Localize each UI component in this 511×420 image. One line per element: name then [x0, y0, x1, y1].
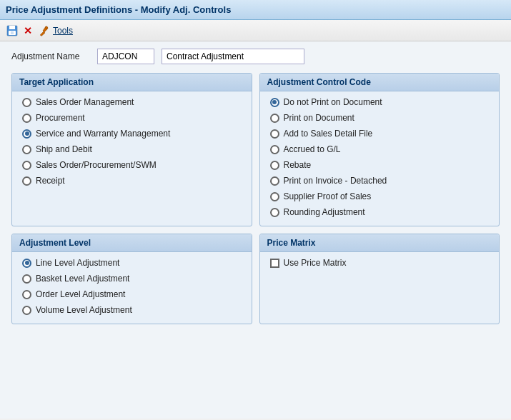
svg-rect-3	[11, 31, 14, 34]
radio-circle-volume-level	[22, 306, 31, 315]
radio-circle-accrued-gl	[270, 145, 279, 154]
adjustment-value-input[interactable]	[162, 49, 304, 64]
radio-label-order-level: Order Level Adjustment	[36, 289, 125, 299]
radio-circle-so-procurement-swm	[22, 161, 31, 170]
radio-circle-order-level	[22, 290, 31, 299]
title-bar: Price Adjustment Definitions - Modify Ad…	[0, 0, 511, 20]
svg-rect-1	[9, 26, 15, 29]
adjustment-control-code-header: Adjustment Control Code	[260, 74, 500, 91]
radio-circle-service-warranty	[22, 129, 31, 139]
radio-label-volume-level: Volume Level Adjustment	[36, 305, 132, 315]
save-icon	[6, 25, 18, 36]
radio-receipt[interactable]: Receipt	[22, 176, 242, 186]
radio-add-sales-detail[interactable]: Add to Sales Detail File	[270, 129, 490, 139]
adjustment-control-code-panel: Adjustment Control Code Do not Print on …	[259, 73, 500, 226]
radio-label-so-procurement-swm: Sales Order/Procurement/SWM	[36, 160, 157, 170]
radio-line-level[interactable]: Line Level Adjustment	[22, 258, 242, 268]
price-matrix-panel: Price Matrix Use Price Matrix	[259, 234, 500, 324]
adjustment-name-label: Adjustment Name	[11, 51, 90, 61]
radio-circle-print-on-doc	[270, 114, 279, 123]
radio-circle-receipt	[22, 176, 31, 186]
use-price-matrix-checkbox[interactable]	[270, 259, 279, 268]
radio-label-procurement: Procurement	[36, 113, 85, 123]
radio-label-do-not-print: Do not Print on Document	[284, 97, 382, 107]
radio-service-warranty[interactable]: Service and Warranty Management	[22, 129, 242, 139]
adjustment-name-row: Adjustment Name	[11, 49, 500, 64]
radio-ship-debit[interactable]: Ship and Debit	[22, 144, 242, 154]
toolbar: ✕ Tools	[0, 20, 511, 41]
adjustment-level-panel: Adjustment Level Line Level Adjustment B…	[11, 234, 252, 324]
radio-supplier-proof[interactable]: Supplier Proof of Sales	[270, 191, 490, 201]
save-button[interactable]	[6, 24, 19, 37]
radio-label-service-warranty: Service and Warranty Management	[36, 129, 170, 139]
radio-print-on-doc[interactable]: Print on Document	[270, 113, 490, 123]
radio-circle-supplier-proof	[270, 192, 279, 201]
content-area: Adjustment Name Target Application Sales…	[0, 41, 511, 419]
target-application-header: Target Application	[12, 74, 252, 91]
radio-rounding[interactable]: Rounding Adjustment	[270, 207, 490, 217]
bottom-panels-row: Adjustment Level Line Level Adjustment B…	[11, 234, 500, 324]
target-application-panel: Target Application Sales Order Managemen…	[11, 73, 252, 226]
radio-label-receipt: Receipt	[36, 176, 65, 186]
radio-label-supplier-proof: Supplier Proof of Sales	[284, 191, 372, 201]
radio-label-add-sales-detail: Add to Sales Detail File	[284, 129, 373, 139]
radio-circle-rounding	[270, 208, 279, 217]
radio-so-procurement-swm[interactable]: Sales Order/Procurement/SWM	[22, 160, 242, 170]
price-matrix-body: Use Price Matrix	[260, 252, 500, 278]
radio-circle-ship-debit	[22, 145, 31, 154]
adjustment-code-input[interactable]	[97, 49, 154, 64]
radio-rebate[interactable]: Rebate	[270, 160, 490, 170]
title-text: Price Adjustment Definitions - Modify Ad…	[6, 4, 231, 15]
radio-sales-order-mgmt[interactable]: Sales Order Management	[22, 97, 242, 107]
use-price-matrix-label: Use Price Matrix	[284, 258, 347, 268]
target-application-body: Sales Order Management Procurement Servi…	[12, 91, 252, 194]
radio-label-ship-debit: Ship and Debit	[36, 144, 92, 154]
radio-circle-print-invoice-detached	[270, 176, 279, 186]
cancel-icon: ✕	[24, 26, 32, 36]
adjustment-level-body: Line Level Adjustment Basket Level Adjus…	[12, 252, 252, 324]
radio-label-rebate: Rebate	[284, 160, 312, 170]
wrench-icon	[38, 25, 49, 36]
radio-circle-sales-order-mgmt	[22, 98, 31, 107]
radio-basket-level[interactable]: Basket Level Adjustment	[22, 274, 242, 284]
adjustment-level-header: Adjustment Level	[12, 234, 252, 252]
radio-label-accrued-gl: Accrued to G/L	[284, 144, 341, 154]
radio-label-print-invoice-detached: Print on Invoice - Detached	[284, 176, 387, 186]
svg-point-4	[46, 26, 48, 29]
top-panels-row: Target Application Sales Order Managemen…	[11, 73, 500, 226]
radio-circle-procurement	[22, 114, 31, 123]
radio-label-basket-level: Basket Level Adjustment	[36, 274, 129, 284]
radio-print-invoice-detached[interactable]: Print on Invoice - Detached	[270, 176, 490, 186]
tools-menu-button[interactable]: Tools	[53, 26, 73, 36]
price-matrix-header: Price Matrix	[260, 234, 500, 252]
radio-accrued-gl[interactable]: Accrued to G/L	[270, 144, 490, 154]
radio-circle-rebate	[270, 161, 279, 170]
cancel-button[interactable]: ✕	[21, 24, 34, 37]
radio-label-rounding: Rounding Adjustment	[284, 207, 365, 217]
adjustment-control-code-body: Do not Print on Document Print on Docume…	[260, 91, 500, 226]
radio-label-sales-order-mgmt: Sales Order Management	[36, 97, 134, 107]
tools-icon-button[interactable]	[37, 24, 50, 37]
radio-order-level[interactable]: Order Level Adjustment	[22, 289, 242, 299]
radio-circle-line-level	[22, 259, 31, 268]
radio-volume-level[interactable]: Volume Level Adjustment	[22, 305, 242, 315]
use-price-matrix-item[interactable]: Use Price Matrix	[270, 258, 490, 268]
radio-label-line-level: Line Level Adjustment	[36, 258, 119, 268]
radio-circle-add-sales-detail	[270, 129, 279, 139]
radio-procurement[interactable]: Procurement	[22, 113, 242, 123]
radio-circle-do-not-print	[270, 98, 279, 107]
radio-circle-basket-level	[22, 274, 31, 284]
radio-label-print-on-doc: Print on Document	[284, 113, 354, 123]
radio-do-not-print[interactable]: Do not Print on Document	[270, 97, 490, 107]
